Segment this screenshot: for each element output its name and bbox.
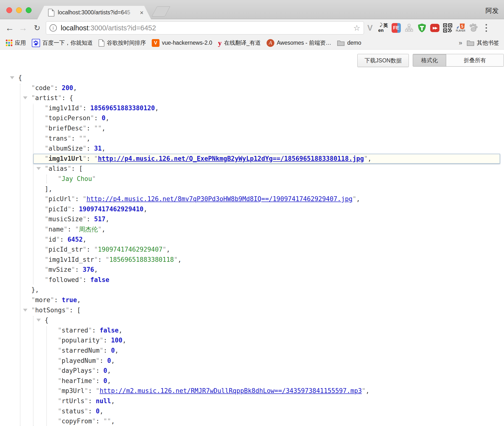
json-line-text: "alias": [ [0,165,83,172]
reload-button[interactable]: ↻ [31,19,43,36]
json-line: "mp3Url": "http://m2.music.126.net/RMJR7… [0,386,504,396]
json-line: "hearTime": 0, [0,376,504,386]
json-line: "rtUrls": null, [0,396,504,406]
json-line-text: "code": 200, [0,84,77,92]
browser-menu-icon[interactable] [482,23,491,33]
json-line-text: "starred": false, [0,327,122,334]
fastforward-glyph: ▶▶ [433,26,437,30]
bookmarks-right: » 其他书签 [459,39,499,47]
json-line: "followed": false [0,275,504,285]
bookmark-star-icon[interactable]: ☆ [353,23,360,33]
paw-extension-icon[interactable] [469,23,478,33]
json-line: "Jay Chou" [0,174,504,184]
json-line-text: "picUrl": "http://p4.music.126.net/8mv7q… [0,195,360,203]
url-text[interactable]: localhost:3000/artists?id=6452 [61,24,156,32]
json-line: "starredNum": 0, [0,346,504,356]
json-line: "musicSize": 517, [0,214,504,224]
forward-button[interactable]: → [17,19,29,36]
json-line: "dayPlays": 0, [0,366,504,376]
folder-icon [467,40,474,46]
json-line-text: "rtUrls": null, [0,397,115,405]
new-tab-button[interactable] [152,6,170,17]
bookmarks-bar: 应用 百度一下，你就知道 谷歌按时间排序 V vue-hackernews-2.… [0,36,504,50]
qr-code-icon[interactable] [443,23,452,33]
json-line-text: "albumSize": 31, [0,145,105,152]
sitemap-extension-icon[interactable] [404,23,414,33]
json-line-text: "img1v1Url": "http://p4.music.126.net/Q_… [0,155,371,162]
page-content: 下载JSON数据 格式化 折叠所有 {"code": 200,"artist":… [0,50,504,426]
json-line: "code": 200, [0,83,504,93]
bookmark-google-sort[interactable]: 谷歌按时间排序 [99,39,146,47]
tab-strip: localhost:3000/artists?id=645 × 阿发 [0,0,504,19]
vue-devtools-icon[interactable]: V [365,23,375,33]
json-line-text: { [0,316,49,324]
minimize-window-button[interactable] [16,7,22,13]
tab-close-icon[interactable]: × [140,9,143,16]
json-line-text: "img1v1Id": 18569651883380120, [0,104,159,112]
json-line: "artist": { [0,93,504,103]
page-icon [99,39,104,47]
json-link[interactable]: http://p4.music.126.net/Q_ExePNkmgB2yWyL… [98,155,364,162]
close-window-button[interactable] [6,7,12,13]
fullscreen-window-button[interactable] [26,7,32,13]
json-link[interactable]: http://p4.music.126.net/8mv7qP30Pd3oHW8b… [86,195,353,203]
json-line-text: "id": 6452, [0,236,86,243]
json-line: "hotSongs": [ [0,305,504,315]
bookmark-other-folder[interactable]: 其他书签 [467,39,499,47]
json-line-text: { [0,74,22,81]
url-host: localhost [61,24,88,32]
json-line: "status": 0, [0,406,504,417]
json-line-text: "picId": 19097417462929410, [0,205,147,213]
bookmark-youdao[interactable]: y 在线翻译_有道 [218,39,261,47]
json-line-text: "trans": "", [0,135,90,142]
fe-extension-icon[interactable]: FE [392,23,401,33]
tab-title: localhost:3000/artists?id=645 [58,9,138,16]
translate-extension-icon[interactable]: 英 ⤸ en [378,23,388,33]
json-line: "picUrl": "http://p4.music.126.net/8mv7q… [0,194,504,204]
tampermonkey-shield-icon[interactable] [417,23,427,33]
bookmark-vue-hackernews[interactable]: V vue-hackernews-2.0 [152,39,212,47]
bookmark-baidu[interactable]: 百度一下，你就知道 [32,39,93,47]
download-json-button[interactable]: 下载JSON数据 [357,54,409,67]
json-line: }, [0,285,504,295]
json-line-text: "popularity": 100, [0,337,126,344]
bookmarks-overflow-chevron[interactable]: » [459,39,462,47]
address-bar[interactable]: i localhost:3000/artists?id=6452 ☆ [46,21,364,34]
vue-icon: V [152,39,160,47]
json-viewer: {"code": 200,"artist": {"img1v1Id": 1856… [0,73,504,426]
profile-name[interactable]: 阿发 [486,6,499,15]
bookmark-demo-folder[interactable]: demo [337,40,361,46]
apps-grid-icon [6,40,12,46]
json-line: "starred": false, [0,325,504,336]
json-line: "name": "周杰伦", [0,224,504,235]
youdao-icon: y [218,39,222,47]
json-line-text: "copyFrom": "", [0,417,115,425]
json-line: "trans": "", [0,134,504,144]
bookmark-label: 谷歌按时间排序 [107,39,146,47]
format-button[interactable]: 格式化 [413,54,446,66]
browser-tab[interactable]: localhost:3000/artists?id=645 × [37,6,151,19]
collapse-all-button[interactable]: 折叠所有 [446,54,504,66]
window-controls [6,7,32,13]
json-line-text: ], [0,185,52,193]
video-downloader-icon[interactable]: ▶▶ [430,23,439,33]
view-mode-segmented-control: 格式化 折叠所有 [413,54,504,67]
json-line-text: "Jay Chou" [0,175,96,182]
json-line: "img1v1Id_str": "18569651883380118", [0,255,504,265]
json-line-text: "dayPlays": 0, [0,367,111,374]
site-info-icon[interactable]: i [50,24,57,32]
json-line-text: "topicPerson": 0, [0,114,109,122]
awesomes-icon: A [267,39,274,47]
json-line-text: }, [0,286,39,293]
json-line-text: "hotSongs": [ [0,307,81,314]
bookmark-apps[interactable]: 应用 [6,39,26,47]
bookmark-label: 百度一下，你就知道 [42,39,93,47]
html5-player-icon[interactable]: 5 PLAYER [456,23,465,33]
back-button[interactable]: ← [4,19,16,36]
bookmark-label: 在线翻译_有道 [224,39,261,47]
json-line-text: "starredNum": 0, [0,347,118,354]
json-line: "copyFrom": "", [0,416,504,426]
json-link[interactable]: http://m2.music.126.net/RMJR7wDullRqppBk… [100,387,362,394]
bookmark-awesomes[interactable]: A Awesomes - 前端资… [267,39,331,47]
bookmark-label: 其他书签 [477,39,499,47]
